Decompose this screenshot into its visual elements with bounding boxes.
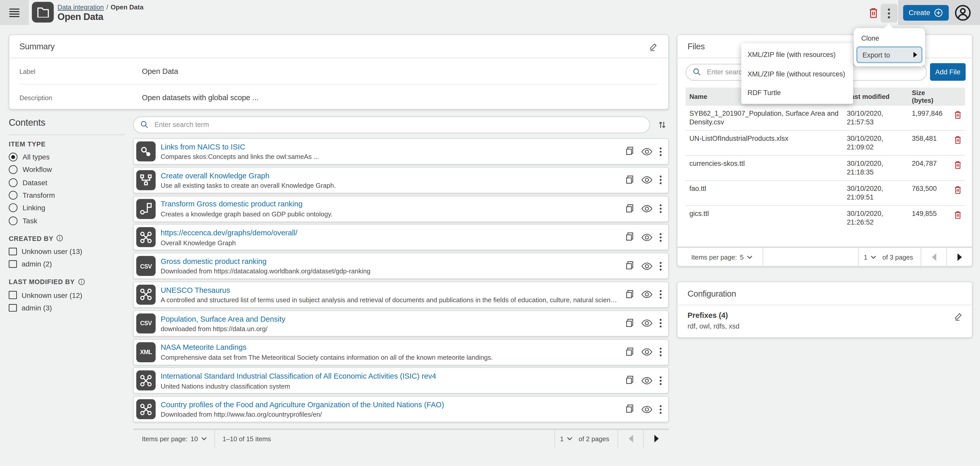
- item-text-block: Population, Surface Area and Densitydown…: [161, 314, 620, 332]
- item-title-link[interactable]: International Standard Industrial Classi…: [161, 372, 620, 380]
- item-type-option-all-types[interactable]: All types: [9, 151, 129, 163]
- item-title-link[interactable]: Population, Surface Area and Density: [161, 314, 620, 323]
- item-menu-button[interactable]: [659, 261, 662, 271]
- trash-icon: [954, 160, 962, 170]
- preview-button[interactable]: [641, 348, 652, 356]
- previous-page-button[interactable]: [921, 248, 946, 267]
- breadcrumb: Data integration / Open Data: [57, 3, 143, 11]
- add-file-button[interactable]: Add File: [930, 63, 966, 81]
- contents-search-row: [133, 116, 669, 133]
- item-menu-button[interactable]: [659, 347, 662, 357]
- preview-button[interactable]: [641, 176, 652, 184]
- item-menu-button[interactable]: [659, 376, 662, 386]
- trash-icon: [954, 185, 962, 195]
- item-type-option-transform[interactable]: Transform: [9, 189, 129, 201]
- created-by-option-unknown-user-13[interactable]: Unknown user (13): [9, 245, 129, 258]
- page-select[interactable]: 1 of 3 pages: [859, 248, 921, 267]
- chevron-down-icon: [747, 255, 752, 259]
- menu-item-export-to[interactable]: Export to: [856, 46, 923, 63]
- contents-search-field[interactable]: [133, 116, 650, 133]
- item-menu-button[interactable]: [659, 290, 662, 299]
- item-menu-button[interactable]: [659, 319, 662, 328]
- last-modified-by-option-unknown-user-12[interactable]: Unknown user (12): [9, 289, 129, 302]
- item-title-link[interactable]: Transform Gross domestic product ranking: [161, 200, 620, 209]
- item-type-option-workflow[interactable]: Workflow: [9, 163, 129, 176]
- menu-toggle-button[interactable]: [0, 0, 29, 25]
- breadcrumb-link-data-integration[interactable]: Data integration: [57, 3, 104, 11]
- files-title: Files: [687, 41, 705, 51]
- preview-button[interactable]: [641, 205, 652, 213]
- item-title-link[interactable]: Gross domestic product ranking: [161, 257, 620, 266]
- content-item: Links from NAICS to ISICCompares skos:Co…: [133, 138, 669, 164]
- item-type-option-dataset[interactable]: Dataset: [9, 176, 129, 189]
- submenu-item-xml-zip-file-with-resources[interactable]: XML/ZIP file (with resources): [741, 45, 853, 64]
- delete-file-button[interactable]: [950, 160, 964, 170]
- previous-page-button[interactable]: [618, 430, 643, 447]
- item-title-link[interactable]: UNESCO Thesaurus: [161, 286, 620, 295]
- file-name: currencies-skos.ttl: [686, 160, 843, 176]
- delete-project-button[interactable]: [867, 6, 880, 19]
- pencil-icon: [954, 312, 963, 321]
- configuration-card: Configuration Prefixes (4) rdf, owl, rdf…: [677, 282, 972, 338]
- user-avatar-button[interactable]: [955, 4, 971, 21]
- delete-file-button[interactable]: [950, 110, 964, 120]
- page-select[interactable]: 1 of 2 pages: [555, 430, 617, 447]
- edit-summary-button[interactable]: [649, 41, 658, 51]
- copy-button[interactable]: [625, 290, 635, 300]
- radio-icon: [9, 178, 18, 187]
- copy-button[interactable]: [625, 204, 635, 214]
- file-type-label: CSV: [140, 263, 152, 270]
- items-per-page-select[interactable]: Items per page: 5: [678, 248, 762, 267]
- copy-button[interactable]: [625, 404, 635, 414]
- submenu-item-xml-zip-file-without-resources[interactable]: XML/ZIP file (without resources): [741, 64, 853, 83]
- delete-file-button[interactable]: [950, 185, 964, 195]
- preview-button[interactable]: [641, 291, 652, 299]
- copy-button[interactable]: [625, 261, 635, 271]
- item-type-option-task[interactable]: Task: [9, 214, 129, 227]
- item-title-link[interactable]: Links from NAICS to ISIC: [161, 142, 620, 151]
- copy-button[interactable]: [625, 347, 635, 357]
- copy-button[interactable]: [625, 233, 635, 243]
- edit-prefixes-button[interactable]: [954, 312, 963, 321]
- create-button[interactable]: Create: [903, 5, 949, 20]
- preview-button[interactable]: [641, 233, 652, 241]
- menu-item-clone[interactable]: Clone: [856, 31, 923, 44]
- delete-file-button[interactable]: [950, 210, 964, 220]
- transform-icon: [136, 199, 156, 219]
- item-menu-button[interactable]: [659, 233, 662, 242]
- items-per-page-select[interactable]: Items per page: 10: [133, 430, 215, 447]
- contents-search-input[interactable]: [153, 120, 643, 129]
- preview-button[interactable]: [641, 377, 652, 385]
- copy-button[interactable]: [625, 175, 635, 185]
- next-page-button[interactable]: [947, 248, 972, 267]
- file-name: fao.ttl: [686, 184, 843, 201]
- preview-button[interactable]: [641, 262, 652, 270]
- submenu-item-rdf-turtle[interactable]: RDF Turtle: [741, 83, 853, 102]
- copy-button[interactable]: [625, 147, 635, 156]
- item-description: Downloaded from http://www.fao.org/count…: [161, 411, 620, 418]
- delete-file-button[interactable]: [950, 135, 964, 145]
- item-menu-button[interactable]: [659, 175, 662, 185]
- item-description: A controlled and structured list of term…: [161, 296, 620, 303]
- pages-count-label: of 3 pages: [883, 254, 913, 261]
- item-type-option-linking[interactable]: Linking: [9, 201, 129, 214]
- item-description: Use all existing tasks to create an over…: [161, 181, 620, 189]
- preview-button[interactable]: [641, 147, 652, 156]
- item-title-link[interactable]: NASA Meteorite Landings: [161, 343, 620, 352]
- preview-button[interactable]: [641, 405, 652, 413]
- copy-button[interactable]: [625, 318, 635, 328]
- project-more-menu-button[interactable]: [881, 4, 897, 22]
- item-title-link[interactable]: Country profiles of the Food and Agricul…: [161, 401, 620, 409]
- file-name: gics.ttl: [686, 209, 843, 227]
- next-page-button[interactable]: [644, 430, 669, 447]
- item-title-link[interactable]: https://eccenca.dev/graphs/demo/overall/: [161, 228, 620, 237]
- item-menu-button[interactable]: [659, 147, 662, 156]
- item-menu-button[interactable]: [659, 204, 662, 214]
- preview-button[interactable]: [641, 319, 652, 327]
- sort-button[interactable]: [657, 120, 667, 129]
- last-modified-by-option-admin-3[interactable]: admin (3): [9, 302, 129, 314]
- copy-button[interactable]: [625, 375, 635, 386]
- item-title-link[interactable]: Create overall Knowledge Graph: [161, 171, 620, 180]
- created-by-option-admin-2[interactable]: admin (2): [9, 258, 129, 271]
- item-menu-button[interactable]: [659, 405, 662, 414]
